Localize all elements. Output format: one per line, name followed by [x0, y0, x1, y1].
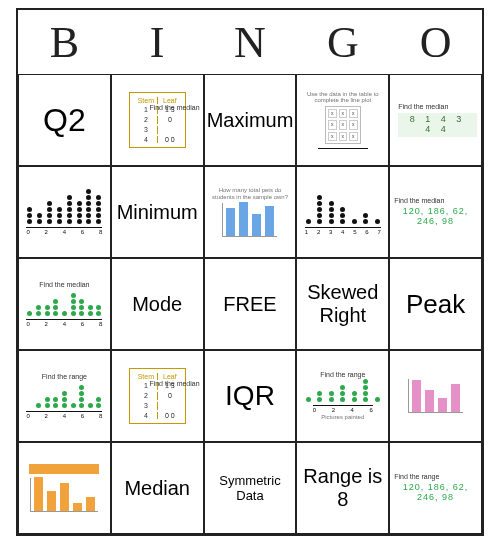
cell-symmetric[interactable]: Symmetric Data [204, 442, 297, 534]
cell-peak[interactable]: Peak [389, 258, 482, 350]
cell-lineplot-prompt[interactable]: Use the data in the table to complete th… [296, 74, 389, 166]
caption: Find the range [320, 371, 365, 379]
cell-range-list[interactable]: Find the range 120, 186, 62, 246, 98 [389, 442, 482, 534]
cell-maximum[interactable]: Maximum [204, 74, 297, 166]
caption: Find the median [394, 197, 444, 205]
hdr-I: I [111, 10, 204, 74]
caption: Find the range [42, 373, 87, 381]
bingo-card: B I N G O Q2 StemLeaf 11 320 340 0 Find … [16, 8, 484, 536]
cell-dotplot-bk2[interactable]: 1234567 [296, 166, 389, 258]
hdr-N: N [204, 10, 297, 74]
chart-title: How many total pets do students in the s… [209, 187, 292, 200]
cell-free[interactable]: FREE [204, 258, 297, 350]
cell-dotplot-gr3[interactable]: Find the range 0246 Pictures painted [296, 350, 389, 442]
stemleaf-caption: Find the median [149, 380, 199, 387]
number-strip: 8 1 4 3 4 4 [398, 113, 477, 137]
stemleaf-caption: Find the median [149, 104, 199, 111]
cell-dotplot-bk1[interactable]: 02468 [18, 166, 111, 258]
cell-barchart-pink[interactable] [389, 350, 482, 442]
dotplot-cols [26, 188, 102, 224]
cell-skewed-right[interactable]: Skewed Right [296, 258, 389, 350]
cell-stemleaf-1[interactable]: StemLeaf 11 320 340 0 Find the median [111, 74, 204, 166]
caption: Find the median [398, 103, 448, 111]
cell-median-strip[interactable]: Find the median 8 1 4 3 4 4 [389, 74, 482, 166]
cell-q2[interactable]: Q2 [18, 74, 111, 166]
prompt-text: Use the data in the table to complete th… [301, 91, 384, 104]
bingo-header: B I N G O [18, 10, 482, 74]
cell-iqr[interactable]: IQR [204, 350, 297, 442]
caption: Find the range [394, 473, 439, 481]
bars [222, 203, 277, 237]
cell-minimum[interactable]: Minimum [111, 166, 204, 258]
values: 120, 186, 62, 246, 98 [394, 483, 477, 503]
hdr-O: O [389, 10, 482, 74]
cell-median-list-1[interactable]: Find the median 120, 186, 62, 246, 98 [389, 166, 482, 258]
cell-barchart-blue[interactable]: How many total pets do students in the s… [204, 166, 297, 258]
caption: Find the median [39, 281, 89, 289]
sublabel: Pictures painted [321, 414, 364, 421]
cell-range-8[interactable]: Range is 8 [296, 442, 389, 534]
cell-barchart-orange[interactable] [18, 442, 111, 534]
values: 120, 186, 62, 246, 98 [394, 207, 477, 227]
cell-stemleaf-2[interactable]: StemLeaf 11 320 340 0 Find the median [111, 350, 204, 442]
cell-median[interactable]: Median [111, 442, 204, 534]
bingo-grid: Q2 StemLeaf 11 320 340 0 Find the median… [18, 74, 482, 534]
cell-dotplot-gr2[interactable]: Find the range 02468 [18, 350, 111, 442]
hdr-B: B [18, 10, 111, 74]
hdr-G: G [296, 10, 389, 74]
cell-dotplot-gr1[interactable]: Find the median 02468 [18, 258, 111, 350]
cell-mode[interactable]: Mode [111, 258, 204, 350]
